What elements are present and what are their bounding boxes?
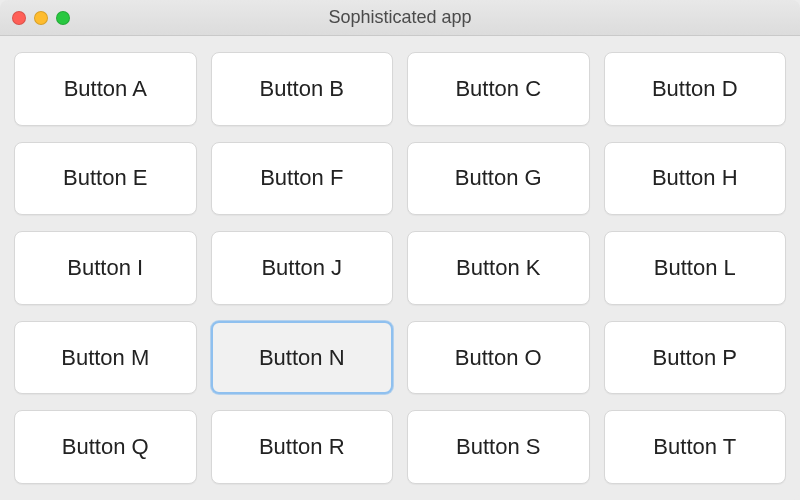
button-f[interactable]: Button F (211, 142, 394, 216)
button-a[interactable]: Button A (14, 52, 197, 126)
button-g[interactable]: Button G (407, 142, 590, 216)
button-i[interactable]: Button I (14, 231, 197, 305)
button-h[interactable]: Button H (604, 142, 787, 216)
button-k[interactable]: Button K (407, 231, 590, 305)
button-s[interactable]: Button S (407, 410, 590, 484)
button-l[interactable]: Button L (604, 231, 787, 305)
button-t[interactable]: Button T (604, 410, 787, 484)
window-controls (12, 11, 70, 25)
button-q[interactable]: Button Q (14, 410, 197, 484)
button-p[interactable]: Button P (604, 321, 787, 395)
button-grid: Button A Button B Button C Button D Butt… (0, 36, 800, 500)
button-e[interactable]: Button E (14, 142, 197, 216)
button-o[interactable]: Button O (407, 321, 590, 395)
close-icon[interactable] (12, 11, 26, 25)
button-d[interactable]: Button D (604, 52, 787, 126)
minimize-icon[interactable] (34, 11, 48, 25)
maximize-icon[interactable] (56, 11, 70, 25)
button-r[interactable]: Button R (211, 410, 394, 484)
button-n[interactable]: Button N (211, 321, 394, 395)
titlebar: Sophisticated app (0, 0, 800, 36)
button-j[interactable]: Button J (211, 231, 394, 305)
window-title: Sophisticated app (0, 7, 800, 28)
button-b[interactable]: Button B (211, 52, 394, 126)
button-c[interactable]: Button C (407, 52, 590, 126)
button-m[interactable]: Button M (14, 321, 197, 395)
app-window: Sophisticated app Button A Button B Butt… (0, 0, 800, 500)
